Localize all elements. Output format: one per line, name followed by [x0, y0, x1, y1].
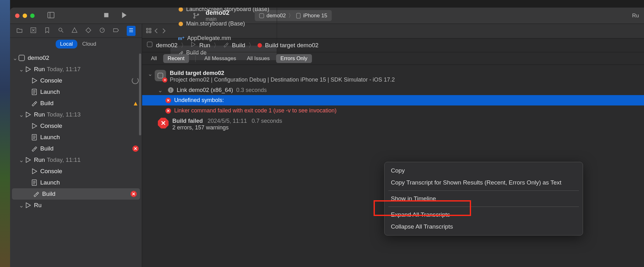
project-name: demo02: [28, 54, 49, 61]
disclosure-icon: ⌄: [19, 66, 23, 73]
filter-recent[interactable]: Recent: [163, 54, 189, 63]
warning-icon: ▲: [132, 100, 139, 107]
nav-back-button[interactable]: [153, 28, 159, 35]
project-root[interactable]: ⌄ demo02: [10, 52, 142, 64]
report-tree: ⌄ demo02 ⌄ Run Today, 11:17 Console Laun…: [10, 50, 142, 267]
disclosure-icon: ⌄: [158, 87, 163, 94]
tab[interactable]: LaunchScreen.storyboard (Base): [170, 8, 277, 17]
svg-rect-29: [147, 31, 148, 33]
close-button[interactable]: [15, 14, 19, 18]
error-icon: ✕: [165, 108, 171, 114]
scrollbar[interactable]: [139, 54, 141, 135]
build-failed-row[interactable]: ✕ Build failed 2024/5/5, 11:11 0.7 secon…: [142, 116, 644, 133]
issue-undefined-symbols[interactable]: ✕ Undefined symbols:: [142, 95, 644, 105]
filter-all-messages[interactable]: All Messages: [200, 54, 241, 63]
svg-rect-34: [158, 73, 163, 78]
run-group[interactable]: ⌄ Run Today, 11:13: [10, 109, 142, 120]
tab-label: Main.storyboard (Base): [186, 20, 245, 27]
filter-errors-only[interactable]: Errors Only: [276, 54, 312, 63]
x-square-icon: [30, 27, 36, 33]
minimize-button[interactable]: [23, 14, 27, 18]
breadcrumb[interactable]: demo02 〉 Run 〉 Build 〉 Build target demo…: [142, 38, 644, 52]
debug-navigator-tab[interactable]: [99, 27, 105, 35]
disclosure-icon: ⌄: [148, 71, 153, 77]
run-label: Run: [34, 156, 45, 163]
issue-navigator-tab[interactable]: [71, 27, 78, 35]
item-label: Launch: [40, 134, 60, 141]
play-icon: [25, 202, 31, 209]
filter-all-issues[interactable]: All Issues: [242, 54, 274, 63]
target-subtitle: Project demo02 | Configuration Debug | D…: [170, 77, 395, 83]
run-button[interactable]: [115, 9, 133, 22]
play-icon: [190, 41, 196, 49]
ctx-copy-transcript[interactable]: Copy Transcript for Shown Results (Recen…: [385, 177, 583, 189]
filter-bar: All Recent All Messages All Issues Error…: [142, 52, 644, 65]
svg-point-9: [59, 28, 62, 31]
ctx-show-timeline[interactable]: Show in Timeline: [385, 193, 583, 205]
stop-button[interactable]: [97, 9, 115, 22]
crumb-3: Build target demo02: [265, 42, 319, 49]
run-item-console[interactable]: Console: [10, 166, 142, 177]
cloud-button[interactable]: Cloud: [82, 41, 96, 47]
doc-icon: [31, 179, 38, 186]
desktop-background-strip: [0, 0, 10, 267]
tab[interactable]: Main.storyboard (Base): [170, 17, 277, 31]
play-icon: [120, 11, 128, 19]
breakpoint-navigator-tab[interactable]: [113, 27, 119, 35]
run-time: Today, 11:11: [47, 156, 80, 163]
svg-point-32: [179, 22, 183, 26]
build-failed-time: 2024/5/5, 11:11: [208, 118, 247, 124]
play-icon: [31, 168, 38, 175]
navigator-sidebar: Local Cloud ⌄ demo02 ⌄ Run Today, 11:17 …: [10, 24, 142, 267]
spinner-icon: [132, 77, 139, 84]
chevron-left-icon: [153, 28, 159, 33]
nav-forward-button[interactable]: [161, 28, 167, 35]
find-navigator-tab[interactable]: [58, 27, 64, 35]
ctx-collapse-all[interactable]: Collapse All Transcripts: [385, 221, 583, 233]
titlebar: demo02 main demo02 〉 iPhone 15 Ru: [10, 8, 644, 24]
run-item-console[interactable]: Console: [10, 75, 142, 86]
ctx-expand-all[interactable]: Expand All Transcripts: [385, 209, 583, 221]
context-menu: Copy Copy Transcript for Shown Results (…: [384, 162, 583, 236]
build-target-row[interactable]: ⌄ ✕ Build target demo02 Project demo02 |…: [142, 68, 644, 85]
stop-icon: [103, 11, 110, 19]
run-item-build[interactable]: Build ▲: [10, 98, 142, 109]
hammer-icon: [33, 190, 40, 197]
local-button[interactable]: Local: [56, 40, 77, 48]
link-step-row[interactable]: ⌄ ! Link demo02 (x86_64) 0.3 seconds: [142, 85, 644, 95]
disclosure-icon: ⌄: [19, 202, 23, 209]
report-navigator-tab[interactable]: [127, 26, 136, 36]
run-item-launch[interactable]: Launch: [10, 177, 142, 188]
warning-icon: [71, 27, 78, 33]
filter-all[interactable]: All: [147, 54, 161, 63]
svg-rect-14: [19, 55, 25, 61]
ctx-copy[interactable]: Copy: [385, 165, 583, 177]
toggle-navigator-button[interactable]: [42, 9, 60, 22]
build-failed-icon: ✕: [158, 118, 169, 128]
folder-icon: [16, 27, 23, 33]
list-icon: [128, 27, 134, 33]
project-navigator-tab[interactable]: [16, 27, 23, 35]
play-icon: [25, 156, 31, 163]
source-control-navigator-tab[interactable]: [30, 27, 36, 35]
status-text: Ru: [626, 13, 639, 19]
run-item-launch[interactable]: Launch: [10, 86, 142, 98]
run-item-build[interactable]: Build ✕: [12, 188, 140, 200]
run-group[interactable]: ⌄ Run Today, 11:17: [10, 64, 142, 75]
run-label: Ru: [34, 202, 42, 209]
run-group[interactable]: ⌄ Ru: [10, 200, 142, 211]
bookmark-navigator-tab[interactable]: [44, 27, 50, 35]
tag-icon: [113, 27, 119, 33]
run-group[interactable]: ⌄ Run Today, 11:11: [10, 154, 142, 166]
error-badge-icon: ✕: [162, 77, 167, 82]
test-navigator-tab[interactable]: [85, 27, 92, 35]
run-item-build[interactable]: Build ✕: [10, 143, 142, 154]
related-items-button[interactable]: [146, 28, 152, 35]
maximize-button[interactable]: [30, 14, 35, 18]
issue-linker-failed[interactable]: ✕ Linker command failed with exit code 1…: [142, 105, 644, 116]
hammer-icon: [223, 41, 229, 49]
device-icon: [296, 13, 301, 19]
disclosure-icon: ⌄: [13, 54, 17, 62]
run-item-console[interactable]: Console: [10, 120, 142, 132]
run-item-launch[interactable]: Launch: [10, 132, 142, 143]
